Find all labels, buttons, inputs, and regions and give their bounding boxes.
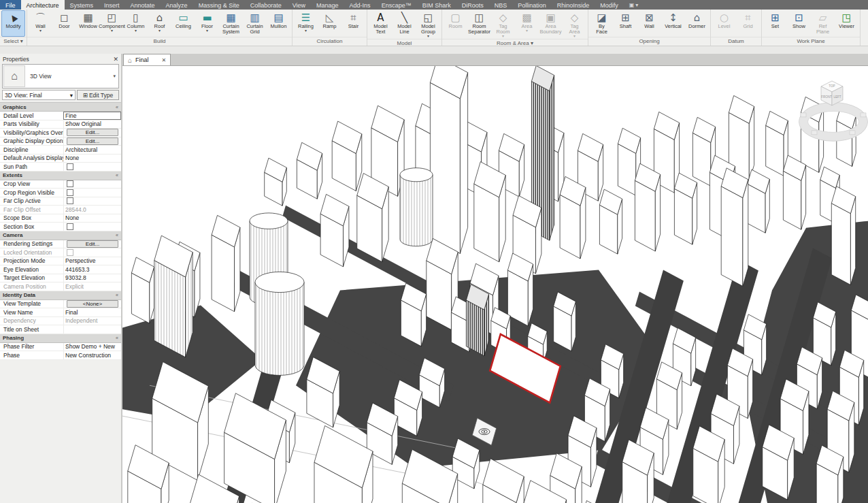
view-tab-final[interactable]: ⌂ Final ✕ (123, 54, 171, 65)
ribbon-button-curtain-system[interactable]: ▦Curtain System (219, 10, 243, 37)
menu-tab-rhinoinside[interactable]: RhinoInside (552, 0, 595, 10)
property-value[interactable]: None (63, 155, 121, 163)
checkbox-unchecked[interactable] (67, 189, 73, 196)
ribbon-button-model-line[interactable]: ╲Model Line (393, 10, 416, 39)
property-value[interactable]: None (63, 214, 121, 223)
property-value[interactable]: Explicit (63, 282, 121, 291)
viewcube-face-left[interactable]: LEFT (833, 95, 841, 99)
menu-tab-nbs[interactable]: NBS (489, 0, 513, 10)
property-value[interactable]: Show Original (63, 120, 121, 129)
menu-tab-modify[interactable]: Modify (595, 0, 624, 10)
menu-tab-analyze[interactable]: Analyze (161, 0, 193, 10)
property-value[interactable] (63, 325, 121, 334)
viewcube-face-top[interactable]: TOP (829, 84, 835, 88)
checkbox-unchecked[interactable] (67, 197, 73, 204)
ribbon-group-label: Select ▾ (0, 37, 27, 46)
ribbon-button-component[interactable]: ◰Component▾ (100, 10, 124, 37)
ribbon-button-ramp[interactable]: ◺Ramp (318, 10, 341, 37)
menu-tab-enscape-[interactable]: Enscape™ (376, 0, 417, 10)
ribbon-button-vertical[interactable]: ↕Vertical (661, 10, 685, 37)
instance-selector-combo[interactable]: 3D View: Final ▾ (2, 90, 76, 100)
ribbon-button-shaft[interactable]: ⊞Shaft (614, 10, 637, 37)
property-button[interactable]: Edit... (67, 129, 118, 136)
menu-tab-view[interactable]: View (287, 0, 311, 10)
property-button[interactable]: Edit... (67, 137, 118, 145)
viewcube-rotate-handle[interactable] (812, 131, 817, 135)
property-value[interactable]: Show Demo + New (63, 343, 121, 351)
property-button[interactable]: Edit... (67, 240, 118, 248)
ribbon-button-column[interactable]: ▯Column▾ (124, 10, 148, 37)
viewcube-rotate-handle[interactable] (850, 131, 855, 135)
checkbox-unchecked[interactable] (67, 163, 73, 170)
ribbon-button-stair[interactable]: ⌗Stair (341, 10, 365, 37)
menu-tab-manage[interactable]: Manage (311, 0, 344, 10)
viewcube-rotate-handle[interactable] (801, 113, 806, 117)
checkbox-unchecked[interactable] (67, 180, 73, 187)
ribbon-button-model-group[interactable]: ◱Model Group▾ (416, 10, 440, 39)
properties-section-identity-data[interactable]: Identity Data« (0, 291, 121, 300)
menu-tab-collaborate[interactable]: Collaborate (245, 0, 287, 10)
checkbox-unchecked[interactable] (67, 223, 73, 230)
roof-icon: ⌂ (156, 12, 163, 24)
ribbon-button-door[interactable]: ◻Door (52, 10, 76, 37)
ribbon-button-dormer[interactable]: ⌂Dormer (685, 10, 709, 37)
ribbon-button-wall[interactable]: ⌒Wall▾ (29, 10, 52, 37)
property-value[interactable]: Architectural (63, 146, 121, 154)
property-value[interactable]: 93032.8 (63, 274, 121, 282)
menu-tab-annotate[interactable]: Annotate (125, 0, 161, 10)
menu-tab-pollination[interactable]: Pollination (512, 0, 552, 10)
ribbon-button-floor[interactable]: ▬Floor▾ (195, 10, 219, 37)
edit-type-button[interactable]: ⊞ Edit Type (77, 90, 119, 100)
menu-tab-add-ins[interactable]: Add-Ins (344, 0, 376, 10)
building (401, 283, 426, 346)
type-selector-combo[interactable]: ⌂ 3D View ▾ (2, 64, 119, 88)
property-value[interactable]: Perspective (63, 257, 121, 265)
ribbon-button-curtain-grid[interactable]: ▥Curtain Grid (243, 10, 267, 37)
drawing-canvas[interactable]: TOPFRONTLEFT (122, 65, 868, 503)
ribbon-button-by-face[interactable]: ◪By Face (590, 10, 614, 37)
property-row-far-clip-active: Far Clip Active (0, 197, 121, 206)
properties-section-graphics[interactable]: Graphics« (0, 103, 121, 112)
ribbon-button-roof[interactable]: ⌂Roof▾ (148, 10, 171, 37)
property-value[interactable]: New Construction (63, 351, 121, 359)
menu-tab-bim-shark[interactable]: BIM Shark (417, 0, 456, 10)
menu-tab-file[interactable]: File (0, 0, 21, 10)
property-value[interactable]: 441653.3 (63, 265, 121, 274)
properties-section-phasing[interactable]: Phasing« (0, 334, 121, 343)
viewcube-cube[interactable]: TOPFRONTLEFT (821, 81, 843, 106)
property-button[interactable]: <None> (67, 300, 118, 308)
close-icon[interactable]: ✕ (113, 56, 118, 63)
menu-tab-architecture[interactable]: Architecture (21, 0, 65, 10)
ribbon-button-railing[interactable]: ☰Railing▾ (294, 10, 318, 37)
menu-tab-systems[interactable]: Systems (65, 0, 99, 10)
menu-tab-massing-site[interactable]: Massing & Site (193, 0, 245, 10)
properties-section-extents[interactable]: Extents« (0, 172, 121, 180)
viewcube-rotate-handle[interactable] (861, 113, 866, 117)
property-value[interactable]: 28544.0 (63, 206, 121, 214)
ribbon-button-wall[interactable]: ⊠Wall (637, 10, 661, 37)
menu-tab-insert[interactable]: Insert (99, 0, 125, 10)
ribbon-button-set[interactable]: ⊞Set (763, 10, 787, 37)
ribbon-button-modify[interactable]: ▶Modify (1, 10, 25, 37)
properties-section-camera[interactable]: Camera« (0, 231, 121, 240)
ribbon-state-toggle[interactable]: ▣▾ (624, 0, 644, 10)
property-row-detail-level: Detail LevelFine (0, 112, 121, 120)
property-value[interactable]: Fine (63, 112, 121, 120)
ribbon-button-ceiling[interactable]: ▭Ceiling (171, 10, 195, 37)
ribbon-button-window[interactable]: ▦Window (76, 10, 100, 37)
ribbon-button-model-text[interactable]: AModel Text (369, 10, 393, 39)
viewcube-face-front[interactable]: FRONT (821, 95, 832, 99)
ribbon-button-mullion[interactable]: ▤Mullion (267, 10, 290, 37)
property-value[interactable]: Final (63, 308, 121, 317)
menu-tab-diroots[interactable]: DiRoots (456, 0, 489, 10)
ribbon-button-viewer[interactable]: ◳Viewer (835, 10, 858, 37)
property-value[interactable]: Independent (63, 317, 121, 325)
ribbon-group-opening: ◪By Face⊞Shaft⊠Wall↕Vertical⌂DormerOpeni… (588, 10, 711, 46)
ribbon-button-show[interactable]: ⊡Show (787, 10, 811, 37)
collapse-icon: « (116, 105, 118, 110)
close-icon[interactable]: ✕ (162, 57, 167, 63)
viewcube[interactable]: TOPFRONTLEFT (799, 81, 868, 141)
3d-city-viewport[interactable]: TOPFRONTLEFT (122, 66, 868, 503)
chevron-down-icon[interactable]: ▾ (110, 74, 118, 79)
ribbon-button-room-separator[interactable]: ◫Room Separator (467, 10, 491, 39)
